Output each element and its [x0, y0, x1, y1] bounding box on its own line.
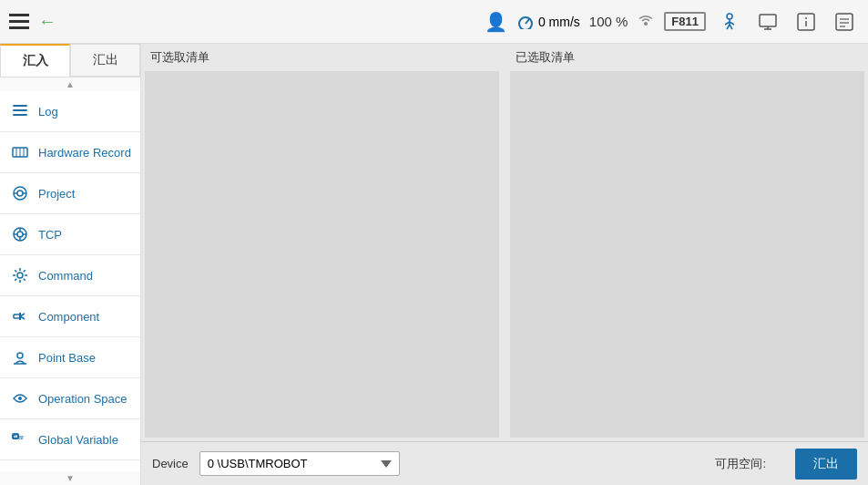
speed-icon: [516, 15, 535, 29]
svg-rect-19: [13, 105, 27, 107]
svg-rect-9: [760, 15, 776, 26]
variable-icon: Var: [9, 428, 31, 450]
svg-line-7: [727, 25, 730, 29]
hardware-icon: [9, 141, 31, 163]
sidebar-item-point-base[interactable]: Point Base: [0, 337, 140, 378]
scroll-up-indicator[interactable]: ▲: [0, 77, 140, 91]
speed-value: 0 mm/s: [538, 15, 580, 29]
svg-rect-15: [836, 14, 853, 30]
available-list-header: 可选取清单: [141, 44, 503, 71]
content-area: 可选取清单 已选取清单 Device 0 \USB\TMROBOT 可用空间: …: [141, 44, 868, 485]
info-icon[interactable]: [791, 7, 821, 36]
monitor-icon[interactable]: [753, 7, 782, 36]
scroll-down-indicator[interactable]: ▼: [0, 471, 140, 485]
sidebar-item-label: Global Variable: [38, 433, 118, 447]
svg-rect-21: [13, 114, 27, 116]
svg-point-45: [18, 397, 22, 400]
sidebar-item-label: Command: [38, 269, 93, 283]
svg-point-27: [17, 191, 23, 196]
svg-point-31: [17, 232, 23, 237]
sidebar: 汇入 汇出 ▲ Log Hardware Record Pro: [0, 44, 141, 485]
main-layout: 汇入 汇出 ▲ Log Hardware Record Pro: [0, 44, 868, 485]
sidebar-item-path[interactable]: Path: [0, 460, 140, 471]
svg-rect-20: [13, 109, 27, 111]
svg-line-8: [730, 25, 732, 29]
tab-export[interactable]: 汇出: [70, 44, 140, 77]
tab-import[interactable]: 汇入: [0, 44, 70, 77]
topbar: ← 👤 0 mm/s 100 % F811: [0, 0, 868, 44]
hamburger-menu-icon[interactable]: [9, 14, 29, 29]
sidebar-item-command[interactable]: Command: [0, 255, 140, 296]
sidebar-item-tcp[interactable]: TCP: [0, 214, 140, 255]
device-label: Device: [152, 457, 189, 470]
space-label: 可用空间:: [715, 456, 766, 472]
svg-point-43: [17, 353, 23, 358]
sidebar-item-label: TCP: [38, 228, 62, 242]
sidebar-list: Log Hardware Record Project TCP: [0, 91, 140, 471]
sidebar-item-project[interactable]: Project: [0, 173, 140, 214]
list-icon: [9, 100, 31, 122]
person-icon: 👤: [485, 11, 507, 33]
sidebar-item-label: Operation Space: [38, 392, 128, 406]
f811-badge[interactable]: F811: [664, 12, 706, 31]
device-select[interactable]: 0 \USB\TMROBOT: [199, 451, 400, 476]
svg-point-14: [805, 17, 807, 19]
project-icon: [9, 182, 31, 204]
svg-point-2: [644, 22, 648, 26]
available-list-panel: 可选取清单: [141, 44, 503, 441]
selected-list-header: 已选取清单: [506, 44, 868, 71]
sidebar-item-global-variable[interactable]: Var Global Variable: [0, 419, 140, 460]
selected-list-body: [510, 71, 864, 438]
svg-line-1: [526, 19, 529, 24]
gear-icon: [9, 264, 31, 286]
wifi-icon: [637, 15, 655, 29]
selected-list-panel: 已选取清单: [506, 44, 868, 441]
tcp-icon: [9, 223, 31, 245]
sidebar-item-operation-space[interactable]: Operation Space: [0, 378, 140, 419]
sidebar-item-label: Project: [38, 187, 75, 201]
component-icon: [9, 305, 31, 327]
svg-point-36: [17, 273, 23, 278]
operation-space-icon: [9, 387, 31, 409]
tab-row: 汇入 汇出: [0, 44, 140, 77]
sidebar-item-label: Hardware Record: [38, 146, 131, 160]
available-list-body: [145, 71, 499, 438]
topbar-left: ←: [9, 11, 56, 32]
list-panels: 可选取清单 已选取清单: [141, 44, 868, 441]
device-select-wrapper: 0 \USB\TMROBOT: [199, 451, 400, 476]
speed-display: 0 mm/s: [516, 15, 580, 29]
back-button[interactable]: ←: [38, 11, 56, 32]
topbar-right: 👤 0 mm/s 100 % F811: [485, 7, 859, 36]
percent-value: 100 %: [589, 14, 628, 29]
robot-icon[interactable]: [715, 7, 744, 36]
export-button[interactable]: 汇出: [795, 449, 857, 480]
sidebar-item-log[interactable]: Log: [0, 91, 140, 132]
sidebar-item-component[interactable]: Component: [0, 296, 140, 337]
menu-icon[interactable]: [830, 7, 859, 36]
sidebar-item-label: Point Base: [38, 351, 96, 365]
sidebar-item-label: Component: [38, 310, 99, 324]
point-base-icon: [9, 346, 31, 368]
sidebar-item-label: Log: [38, 105, 58, 119]
bottom-bar: Device 0 \USB\TMROBOT 可用空间: 汇出: [141, 441, 868, 485]
svg-point-3: [727, 14, 732, 19]
sidebar-item-hardware-record[interactable]: Hardware Record: [0, 132, 140, 173]
